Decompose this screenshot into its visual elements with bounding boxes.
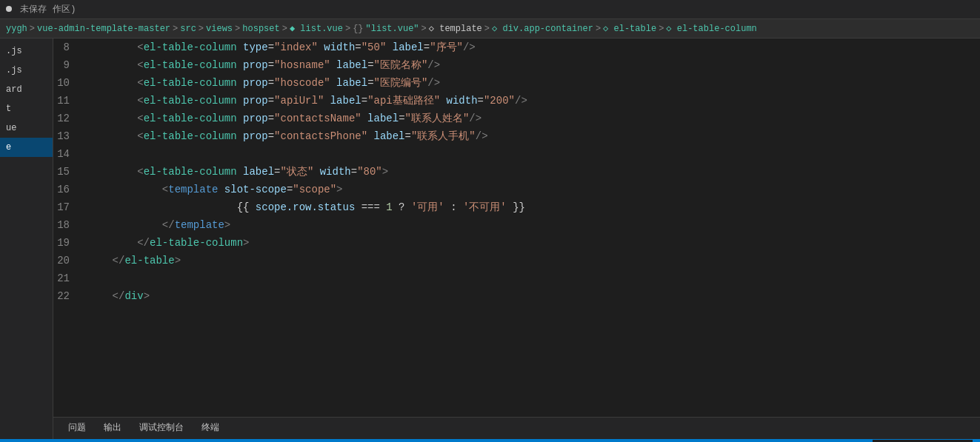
tab-output[interactable]: 输出 <box>95 418 130 438</box>
code-line-12: <el-table-column prop="contactsName" lab… <box>87 110 980 127</box>
unsaved-label: 未保存 <box>20 4 47 15</box>
breadcrumb: yygh > vue-admin-template-master > src >… <box>0 19 980 38</box>
code-line-11: <el-table-column prop="apiUrl" label="ap… <box>87 92 980 110</box>
bc-template[interactable]: ◇ template <box>429 23 482 34</box>
attr-width-8: width <box>318 38 355 56</box>
code-line-16: <template slot-scope="scope" > <box>87 181 980 198</box>
ln-12: 12 <box>53 110 77 127</box>
bc-views[interactable]: views <box>206 24 233 34</box>
tab-debug-console[interactable]: 调试控制台 <box>130 418 193 438</box>
unsaved-indicator: 未保存 <box>6 3 47 16</box>
sidebar-item-t[interactable]: t <box>0 99 53 118</box>
bottom-panel: 问题 输出 调试控制台 终端 <box>53 417 980 439</box>
attrval-type-8: "index" <box>274 38 318 56</box>
line-numbers: 8 9 10 11 12 13 14 15 16 17 18 19 20 21 … <box>53 38 84 417</box>
ln-14: 14 <box>53 145 77 163</box>
bracket-8: < <box>137 38 143 56</box>
attrval-label-8: "序号" <box>430 38 463 56</box>
bc-div-app-container[interactable]: ◇ div.app-container <box>492 23 593 34</box>
sidebar-item-js1[interactable]: .js <box>0 41 53 61</box>
sidebar-item-e[interactable]: e <box>0 138 53 157</box>
ln-20: 20 <box>53 252 77 269</box>
sidebar: .js .js ard t ue e <box>0 38 53 439</box>
code-lines: <el-table-column type="index" width="50"… <box>84 38 980 417</box>
code-line-19: </el-table-column> <box>87 234 980 252</box>
tag-8: el-table-column <box>144 38 237 56</box>
ln-16: 16 <box>53 181 77 198</box>
bc-sep-6: > <box>345 24 350 34</box>
bc-hospset[interactable]: hospset <box>242 24 279 34</box>
bc-el-table[interactable]: ◇ el-table <box>603 23 656 34</box>
ln-15: 15 <box>53 163 77 181</box>
ln-18: 18 <box>53 216 77 234</box>
bc-template-master[interactable]: vue-admin-template-master <box>37 24 170 34</box>
bc-sep-1: > <box>30 24 35 34</box>
ln-8: 8 <box>53 38 77 56</box>
code-line-13: <el-table-column prop="contactsPhone" la… <box>87 127 980 145</box>
unsaved-dot <box>6 6 12 12</box>
bc-sep-5: > <box>282 24 287 34</box>
ln-10: 10 <box>53 74 77 92</box>
bc-sep-9: > <box>596 24 601 34</box>
code-line-18: </template> <box>87 216 980 234</box>
bc-sep-3: > <box>199 24 204 34</box>
code-line-9: <el-table-column prop="hosname" label="医… <box>87 56 980 74</box>
ln-22: 22 <box>53 287 77 305</box>
tab-terminal[interactable]: 终端 <box>193 418 228 438</box>
bc-el-table-column[interactable]: ◇ el-table-column <box>666 23 756 34</box>
attr-label-8: label <box>386 38 423 56</box>
ln-9: 9 <box>53 56 77 74</box>
bc-braces: {} <box>353 24 363 34</box>
code-line-15: <el-table-column label="状态" width="80" > <box>87 163 980 181</box>
bc-yygh[interactable]: yygh <box>6 24 27 34</box>
ln-21: 21 <box>53 269 77 287</box>
code-line-8: <el-table-column type="index" width="50"… <box>87 38 980 56</box>
ln-13: 13 <box>53 127 77 145</box>
ln-11: 11 <box>53 92 77 110</box>
code-line-20: </el-table> <box>87 252 980 269</box>
ln-19: 19 <box>53 234 77 252</box>
code-line-17: {{ scope.row.status === 1 ? '可用' : '不可用'… <box>87 198 980 216</box>
bc-sep-10: > <box>659 24 664 34</box>
selfclose-8: /> <box>463 38 476 56</box>
code-line-22: </div> <box>87 287 980 305</box>
sidebar-item-ue[interactable]: ue <box>0 118 53 138</box>
editor-area: 8 9 10 11 12 13 14 15 16 17 18 19 20 21 … <box>53 38 980 439</box>
code-line-14 <box>87 145 980 163</box>
bc-sep-7: > <box>421 24 427 34</box>
main-layout: .js .js ard t ue e 8 9 10 11 12 13 14 15… <box>0 38 980 439</box>
code-line-21 <box>87 269 980 287</box>
status-bar: CSDN @这个名字先用着 2: node <box>0 439 980 442</box>
attr-type-8: type <box>237 38 268 56</box>
code-container: 8 9 10 11 12 13 14 15 16 17 18 19 20 21 … <box>53 38 980 417</box>
bc-src[interactable]: src <box>180 24 196 34</box>
bc-listvue[interactable]: ◆ list.vue <box>290 23 343 34</box>
attrval-width-8: "50" <box>361 38 387 56</box>
workspace-label: 作区) <box>53 3 76 16</box>
sidebar-item-ard[interactable]: ard <box>0 80 53 99</box>
code-line-10: <el-table-column prop="hoscode" label="医… <box>87 74 980 92</box>
bc-sep-4: > <box>235 24 240 34</box>
top-bar: 未保存 作区) <box>0 0 980 19</box>
bc-listvue2[interactable]: "list.vue" <box>366 24 419 34</box>
sidebar-item-js2[interactable]: .js <box>0 61 53 80</box>
ln-17: 17 <box>53 198 77 216</box>
tab-problems[interactable]: 问题 <box>59 418 95 438</box>
bc-sep-8: > <box>484 24 490 34</box>
bc-sep-2: > <box>173 24 178 34</box>
